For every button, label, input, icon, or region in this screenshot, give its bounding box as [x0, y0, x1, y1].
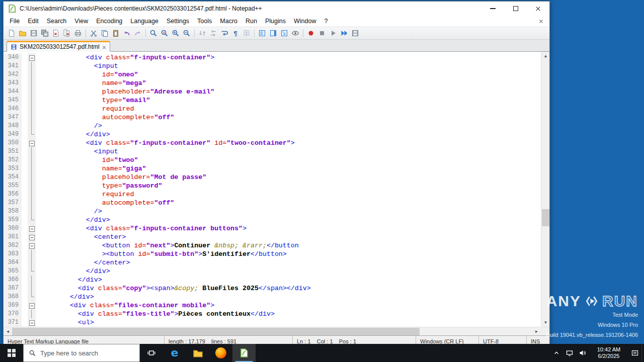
paste-icon[interactable] — [111, 28, 121, 38]
replace-icon[interactable] — [159, 28, 170, 38]
bookmark-margin[interactable] — [22, 87, 28, 96]
bookmark-margin[interactable] — [22, 258, 28, 267]
menu-view[interactable]: View — [70, 16, 92, 27]
bookmark-margin[interactable] — [22, 318, 28, 327]
code-line-text[interactable]: <div class="f-inputs-container" id="twoo… — [36, 139, 295, 147]
indent-guide-icon[interactable] — [242, 28, 252, 38]
code-line-text[interactable]: <input — [36, 147, 118, 156]
start-button[interactable] — [0, 344, 23, 362]
menu-help[interactable]: ? — [320, 16, 332, 27]
bookmark-margin[interactable] — [22, 105, 28, 113]
menu-edit[interactable]: Edit — [24, 16, 43, 27]
fold-marker[interactable] — [28, 53, 36, 62]
zoom-out-icon[interactable] — [182, 28, 192, 38]
play-macro-icon[interactable] — [328, 28, 338, 38]
bookmark-margin[interactable] — [22, 147, 28, 156]
new-file-icon[interactable] — [7, 28, 17, 38]
code-line-text[interactable]: type="email" — [36, 96, 150, 105]
code-line-text[interactable]: type="password" — [36, 182, 162, 190]
code-line-text[interactable]: /> — [36, 207, 102, 216]
bookmark-margin[interactable] — [22, 293, 28, 301]
code-line-text[interactable]: <ul> — [36, 318, 94, 327]
bookmark-margin[interactable] — [22, 241, 28, 250]
fold-marker[interactable] — [28, 139, 36, 147]
horizontal-scroll-thumb[interactable] — [12, 328, 420, 335]
stop-record-icon[interactable] — [317, 28, 327, 38]
sync-horizontal-icon[interactable] — [208, 28, 218, 38]
menu-tools[interactable]: Tools — [193, 16, 216, 27]
volume-icon[interactable] — [576, 344, 589, 362]
bookmark-margin[interactable] — [22, 182, 28, 190]
menu-window[interactable]: Window — [290, 16, 320, 27]
code-line-text[interactable]: <center> — [36, 233, 126, 241]
bookmark-margin[interactable] — [22, 267, 28, 276]
tab-close-icon[interactable] — [102, 42, 106, 51]
menu-macro[interactable]: Macro — [216, 16, 242, 27]
fold-marker[interactable] — [28, 241, 36, 250]
function-list-icon[interactable] — [257, 28, 267, 38]
scroll-right-arrow[interactable]: ► — [532, 327, 541, 336]
copy-icon[interactable] — [100, 28, 110, 38]
code-line-text[interactable]: <div class="f-inputs-container buttons"> — [36, 224, 247, 233]
close-button[interactable] — [527, 2, 549, 16]
minimize-button[interactable] — [481, 2, 504, 16]
document-monitor-icon[interactable] — [290, 28, 300, 38]
code-line-text[interactable]: </div> — [36, 293, 94, 301]
close-all-icon[interactable] — [62, 28, 72, 38]
maximize-button[interactable] — [504, 2, 527, 16]
folder-workspace-icon[interactable] — [279, 28, 289, 38]
menu-encoding[interactable]: Encoding — [92, 16, 126, 27]
tray-expand-button[interactable] — [550, 344, 563, 362]
save-macro-icon[interactable] — [350, 28, 360, 38]
bookmark-margin[interactable] — [22, 122, 28, 130]
code-area[interactable]: 340 <div class="f-inputs-container">341 … — [4, 52, 541, 327]
code-line-text[interactable]: id="twoo" — [36, 156, 138, 164]
bookmark-margin[interactable] — [22, 301, 28, 310]
horizontal-scrollbar[interactable]: ◄ ► — [4, 327, 541, 335]
scroll-left-arrow[interactable]: ◄ — [4, 327, 12, 336]
network-icon[interactable] — [563, 344, 576, 362]
code-line-text[interactable]: required — [36, 105, 134, 113]
taskbar-notepadpp-button[interactable] — [232, 344, 256, 362]
bookmark-margin[interactable] — [22, 190, 28, 199]
run-macro-multiple-icon[interactable] — [339, 28, 349, 38]
menu-settings[interactable]: Settings — [163, 16, 193, 27]
code-line-text[interactable]: placeholder="Mot de passe" — [36, 173, 206, 182]
code-line-text[interactable]: <div class="files-container mobile"> — [36, 301, 214, 310]
bookmark-margin[interactable] — [22, 250, 28, 258]
code-line-text[interactable]: autocomplete="off" — [36, 199, 174, 207]
redo-icon[interactable] — [133, 28, 143, 38]
title-bar[interactable]: C:\Users\admin\Downloads\Pieces contenti… — [4, 2, 549, 16]
code-line-text[interactable]: </div> — [36, 267, 110, 276]
vertical-scroll-thumb[interactable] — [542, 209, 549, 226]
save-icon[interactable] — [29, 28, 39, 38]
undo-icon[interactable] — [122, 28, 132, 38]
menu-search[interactable]: Search — [43, 16, 71, 27]
code-line-text[interactable]: name="giga" — [36, 164, 146, 173]
bookmark-margin[interactable] — [22, 199, 28, 207]
show-desktop-button[interactable] — [641, 344, 644, 362]
bookmark-margin[interactable] — [22, 233, 28, 241]
bookmark-margin[interactable] — [22, 139, 28, 147]
cut-icon[interactable] — [89, 28, 99, 38]
vertical-scrollbar[interactable]: ▲ ▼ — [541, 52, 549, 327]
bookmark-margin[interactable] — [22, 156, 28, 164]
menu-plugins[interactable]: Plugins — [261, 16, 290, 27]
code-line-text[interactable]: name="mega" — [36, 79, 146, 87]
code-line-text[interactable]: <button id="next">Continuer &nbsp; &rarr… — [36, 241, 299, 250]
bookmark-margin[interactable] — [22, 164, 28, 173]
bookmark-margin[interactable] — [22, 96, 28, 105]
code-line-text[interactable]: required — [36, 190, 134, 199]
print-icon[interactable] — [73, 28, 83, 38]
fold-marker[interactable] — [28, 318, 36, 327]
zoom-in-icon[interactable] — [171, 28, 181, 38]
code-line-text[interactable]: </div> — [36, 276, 102, 284]
save-all-icon[interactable] — [40, 28, 50, 38]
close-file-icon[interactable] — [51, 28, 61, 38]
scroll-up-arrow[interactable]: ▲ — [541, 52, 550, 60]
bookmark-margin[interactable] — [22, 53, 28, 62]
bookmark-margin[interactable] — [22, 113, 28, 122]
word-wrap-icon[interactable] — [219, 28, 229, 38]
code-line-text[interactable]: <div class="files-title">Pièces contenti… — [36, 310, 275, 318]
taskview-button[interactable] — [140, 344, 163, 362]
